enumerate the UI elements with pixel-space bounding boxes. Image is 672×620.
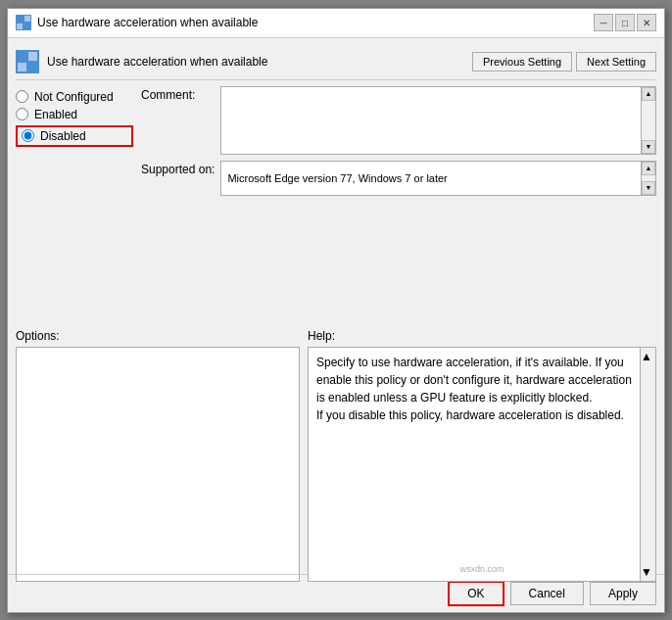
- help-scrollbar[interactable]: ▲ ▼: [640, 348, 655, 581]
- svg-rect-2: [17, 24, 23, 29]
- content-area: Use hardware acceleration when available…: [8, 38, 664, 574]
- left-panel: Not Configured Enabled Disabled: [16, 86, 133, 323]
- disabled-label: Disabled: [40, 129, 86, 143]
- scroll-up-arrow[interactable]: ▲: [642, 87, 655, 101]
- comment-scrollbar[interactable]: ▲ ▼: [641, 86, 656, 155]
- scroll-down-arrow[interactable]: ▼: [642, 140, 655, 154]
- help-paragraph-2: If you disable this policy, hardware acc…: [316, 406, 632, 424]
- comment-label: Comment:: [141, 86, 215, 102]
- main-window: Use hardware acceleration when available…: [7, 8, 665, 613]
- svg-rect-6: [18, 63, 26, 72]
- title-bar: Use hardware acceleration when available…: [8, 9, 664, 38]
- svg-rect-4: [18, 52, 26, 61]
- next-setting-button[interactable]: Next Setting: [576, 52, 656, 72]
- not-configured-label: Not Configured: [34, 90, 114, 104]
- main-area: Not Configured Enabled Disabled Comm: [16, 86, 656, 323]
- svg-rect-3: [24, 24, 30, 29]
- help-label: Help:: [308, 329, 656, 343]
- not-configured-option[interactable]: Not Configured: [16, 90, 133, 104]
- window-icon: [16, 15, 31, 30]
- apply-button[interactable]: Apply: [590, 582, 656, 605]
- enabled-label: Enabled: [34, 108, 77, 121]
- right-panel: Comment: ▲ ▼ Supported on: Microsoft Edg…: [141, 86, 656, 323]
- help-scroll-up[interactable]: ▲: [641, 348, 655, 365]
- minimize-button[interactable]: ─: [594, 14, 613, 31]
- header-row: Use hardware acceleration when available…: [16, 46, 656, 80]
- supported-field-wrap: Microsoft Edge version 77, Windows 7 or …: [220, 161, 656, 196]
- maximize-button[interactable]: □: [615, 14, 635, 31]
- supported-row: Supported on: Microsoft Edge version 77,…: [141, 161, 656, 196]
- comment-textarea[interactable]: [220, 86, 641, 155]
- svg-rect-0: [17, 16, 23, 22]
- bottom-section: Options: Help: Specify to use hardware a…: [16, 329, 656, 566]
- header-icon: [16, 50, 39, 73]
- disabled-option[interactable]: Disabled: [16, 125, 133, 147]
- supported-scroll-down[interactable]: ▼: [642, 181, 655, 195]
- previous-setting-button[interactable]: Previous Setting: [472, 52, 572, 72]
- ok-button[interactable]: OK: [448, 581, 504, 606]
- svg-rect-1: [24, 16, 30, 22]
- help-panel: Help: Specify to use hardware accelerati…: [308, 329, 656, 566]
- help-text: Specify to use hardware acceleration, if…: [316, 354, 632, 575]
- header-title: Use hardware acceleration when available: [47, 55, 267, 69]
- cancel-button[interactable]: Cancel: [510, 582, 584, 605]
- options-label: Options:: [16, 329, 300, 343]
- enabled-radio[interactable]: [16, 108, 28, 120]
- header-left: Use hardware acceleration when available: [16, 50, 267, 73]
- radio-group: Not Configured Enabled Disabled: [16, 86, 133, 151]
- comment-row: Comment: ▲ ▼: [141, 86, 656, 155]
- disabled-radio[interactable]: [22, 129, 34, 142]
- options-panel: Options:: [16, 329, 300, 566]
- options-box: [16, 347, 300, 582]
- help-scroll-down[interactable]: ▼: [641, 563, 655, 581]
- enabled-option[interactable]: Enabled: [16, 108, 133, 121]
- svg-rect-5: [28, 52, 37, 61]
- close-button[interactable]: ✕: [637, 14, 656, 31]
- comment-field-wrap: ▲ ▼: [220, 86, 656, 155]
- title-controls: ─ □ ✕: [594, 14, 656, 31]
- window-title: Use hardware acceleration when available: [37, 16, 258, 29]
- supported-value: Microsoft Edge version 77, Windows 7 or …: [220, 161, 641, 196]
- help-box: Specify to use hardware acceleration, if…: [308, 347, 656, 582]
- help-paragraph-1: Specify to use hardware acceleration, if…: [316, 354, 632, 406]
- supported-label: Supported on:: [141, 161, 215, 176]
- header-buttons: Previous Setting Next Setting: [472, 52, 656, 72]
- not-configured-radio[interactable]: [16, 90, 28, 103]
- supported-scroll-up[interactable]: ▲: [642, 162, 655, 175]
- svg-rect-7: [28, 63, 37, 72]
- supported-scrollbar[interactable]: ▲ ▼: [641, 161, 656, 196]
- title-bar-left: Use hardware acceleration when available: [16, 15, 258, 30]
